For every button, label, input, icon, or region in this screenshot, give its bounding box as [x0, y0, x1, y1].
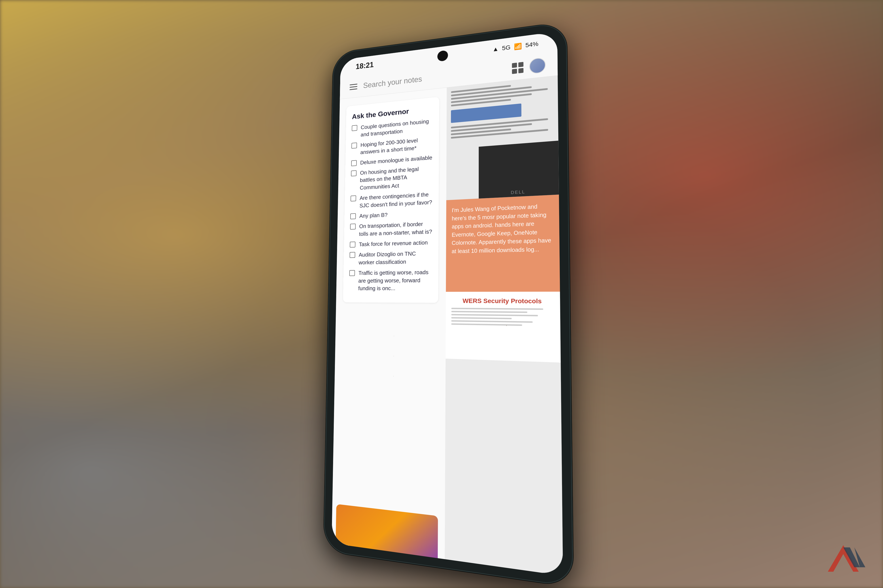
search-right-icons [512, 57, 546, 76]
checklist-text-6: Any plan B? [360, 211, 388, 220]
checklist-text-10: Traffic is getting worse, roads are gett… [358, 268, 432, 292]
checklist-text-5: Are there contingencies if the SJC doesn… [360, 190, 432, 209]
phone-body: 18:21 ▲ 5G 📶 54% Search your notes [323, 22, 573, 587]
battery-icon: 54% [525, 40, 539, 49]
checkbox-4[interactable] [351, 170, 357, 176]
checklist-item-7: On transportation, if border tolls are a… [350, 220, 432, 238]
status-time: 18:21 [356, 60, 374, 71]
wers-line [451, 314, 538, 316]
checklist-item-2: Hoping for 200-300 level answers in a sh… [351, 135, 433, 157]
checklist-text-4: On housing and the legal battles on the … [360, 164, 433, 192]
orange-card-text: I'm Jules Wang of Pocketnow and here's t… [452, 202, 554, 256]
doc-image-block [451, 104, 521, 123]
checklist-text-9: Auditor Dizoglio on TNC worker classific… [358, 249, 432, 266]
view-toggle-icon[interactable] [512, 62, 523, 74]
wers-security-card[interactable]: WERS Security Protocols [446, 292, 561, 362]
checklist-item-8: Task force for revenue action [350, 238, 432, 248]
checkbox-2[interactable] [351, 142, 357, 148]
wers-line [451, 308, 543, 310]
ap-logo-svg [821, 541, 865, 574]
content-area: Ask the Governor Couple questions on hou… [332, 75, 563, 576]
checkbox-6[interactable] [350, 213, 356, 219]
checkbox-10[interactable] [349, 270, 355, 276]
wers-title: WERS Security Protocols [451, 297, 554, 305]
wers-line [451, 320, 533, 322]
dell-monitor-area: DELL [479, 141, 559, 198]
bottom-colorful-card[interactable] [335, 504, 438, 559]
status-icons: ▲ 5G 📶 54% [492, 40, 539, 53]
checkbox-5[interactable] [350, 195, 356, 201]
checklist-item-4: On housing and the legal battles on the … [351, 164, 433, 192]
wers-line [451, 323, 522, 326]
checklist-item-5: Are there contingencies if the SJC doesn… [350, 190, 432, 210]
hamburger-menu-icon[interactable] [350, 84, 357, 90]
checkbox-3[interactable] [351, 160, 357, 166]
checkbox-9[interactable] [350, 252, 355, 258]
checklist-text-3: Deluxe monologue is available [360, 153, 432, 166]
checklist-text-8: Task force for revenue action [359, 238, 428, 248]
phone-screen: 18:21 ▲ 5G 📶 54% Search your notes [332, 32, 563, 576]
checklist-text-1: Couple questions on housing and transpor… [361, 117, 433, 138]
right-panel: DELL I'm Jules Wang of Pocketnow and her… [445, 75, 563, 576]
user-avatar[interactable] [529, 57, 546, 74]
signal-icon: 5G [502, 44, 510, 52]
orange-note-card[interactable]: I'm Jules Wang of Pocketnow and here's t… [446, 195, 560, 292]
dell-logo-text: DELL [511, 189, 525, 195]
document-image-card[interactable]: DELL [446, 75, 559, 200]
checkbox-7[interactable] [350, 224, 356, 230]
checklist-item-9: Auditor Dizoglio on TNC worker classific… [349, 249, 432, 266]
wers-line [451, 311, 527, 313]
signal-bars-icon: 📶 [514, 42, 522, 51]
wers-line [451, 317, 512, 320]
checkbox-8[interactable] [350, 242, 355, 248]
left-panel: Ask the Governor Couple questions on hou… [332, 87, 447, 559]
checkbox-1[interactable] [352, 125, 357, 131]
note-card-governor[interactable]: Ask the Governor Couple questions on hou… [343, 97, 439, 303]
checklist-item-10: Traffic is getting worse, roads are gett… [349, 268, 432, 292]
checklist-text-2: Hoping for 200-300 level answers in a sh… [360, 135, 433, 156]
checklist-item-6: Any plan B? [350, 209, 432, 220]
wifi-icon: ▲ [492, 45, 499, 53]
checklist-text-7: On transportation, if border tolls are a… [359, 220, 432, 238]
checklist-item-1: Couple questions on housing and transpor… [352, 117, 433, 140]
phone-device: 18:21 ▲ 5G 📶 54% Search your notes [323, 22, 573, 587]
android-police-logo [821, 541, 865, 575]
